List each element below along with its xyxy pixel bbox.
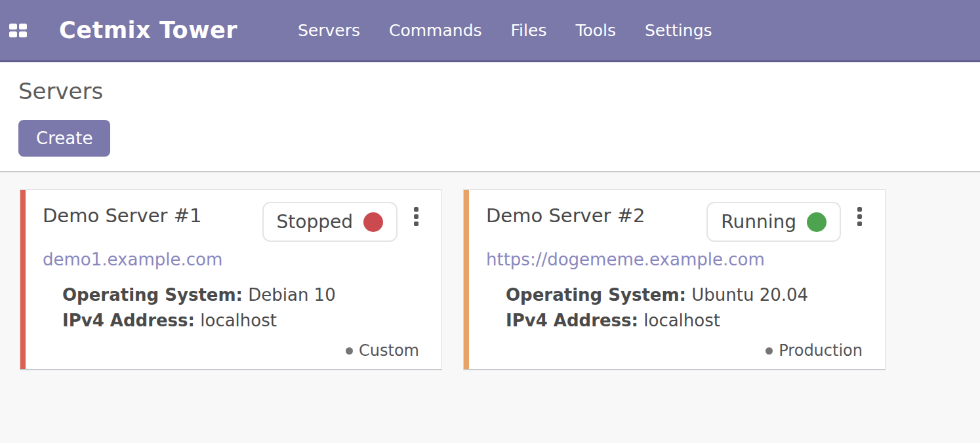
os-value: Ubuntu 20.04 — [691, 285, 808, 305]
tag-dot-icon — [766, 347, 773, 355]
top-navbar: Cetmix Tower Servers Commands Files Tool… — [0, 0, 980, 62]
apps-grid-square — [19, 24, 27, 29]
server-card[interactable]: Demo Server #1 Stopped demo1.example.com… — [20, 189, 442, 370]
kebab-menu-icon[interactable] — [857, 207, 863, 226]
menu-item-servers[interactable]: Servers — [298, 21, 360, 40]
tag-label: Custom — [359, 341, 419, 360]
page-title: Servers — [18, 78, 962, 104]
ip-label: IPv4 Address: — [506, 311, 638, 330]
kebab-menu-icon[interactable] — [413, 207, 419, 226]
control-panel: Servers Create — [0, 62, 980, 171]
os-label: Operating System: — [506, 285, 686, 305]
server-status-badge[interactable]: Stopped — [262, 202, 398, 242]
server-url-link[interactable]: demo1.example.com — [43, 250, 419, 269]
ip-row: IPv4 Address: localhost — [506, 308, 863, 334]
apps-grid-square — [9, 31, 17, 37]
apps-grid-square — [9, 24, 17, 29]
ip-label: IPv4 Address: — [62, 311, 195, 330]
server-name: Demo Server #2 — [486, 204, 645, 227]
apps-grid-square — [19, 31, 27, 37]
status-label: Running — [721, 211, 796, 233]
server-properties: Operating System: Debian 10 IPv4 Address… — [43, 282, 419, 334]
server-name: Demo Server #1 — [43, 204, 201, 227]
tag-dot-icon — [346, 347, 353, 355]
tag-row: Custom — [43, 341, 419, 360]
ip-row: IPv4 Address: localhost — [62, 308, 419, 334]
card-accent-bar — [464, 190, 469, 369]
create-button[interactable]: Create — [18, 120, 110, 157]
status-label: Stopped — [277, 211, 353, 233]
main-menu: Servers Commands Files Tools Settings — [298, 21, 712, 40]
menu-item-commands[interactable]: Commands — [389, 21, 482, 40]
os-row: Operating System: Debian 10 — [62, 282, 419, 308]
menu-item-settings[interactable]: Settings — [645, 21, 712, 40]
kanban-view: Demo Server #1 Stopped demo1.example.com… — [0, 171, 980, 443]
menu-item-tools[interactable]: Tools — [575, 21, 616, 40]
tag-label: Production — [779, 341, 863, 360]
ip-value: localhost — [200, 311, 277, 330]
apps-grid-icon[interactable] — [9, 24, 28, 37]
os-row: Operating System: Ubuntu 20.04 — [506, 282, 863, 308]
status-dot-icon — [807, 212, 827, 232]
brand-title[interactable]: Cetmix Tower — [59, 17, 237, 43]
tag-row: Production — [486, 341, 863, 360]
server-url-link[interactable]: https://dogememe.example.com — [486, 250, 863, 269]
status-dot-icon — [363, 212, 383, 232]
server-properties: Operating System: Ubuntu 20.04 IPv4 Addr… — [486, 282, 863, 334]
menu-item-files[interactable]: Files — [511, 21, 547, 40]
os-label: Operating System: — [62, 285, 243, 305]
ip-value: localhost — [643, 311, 720, 330]
server-status-badge[interactable]: Running — [706, 202, 841, 242]
os-value: Debian 10 — [248, 285, 336, 305]
server-card[interactable]: Demo Server #2 Running https://dogememe.… — [463, 189, 886, 370]
card-accent-bar — [20, 190, 26, 369]
